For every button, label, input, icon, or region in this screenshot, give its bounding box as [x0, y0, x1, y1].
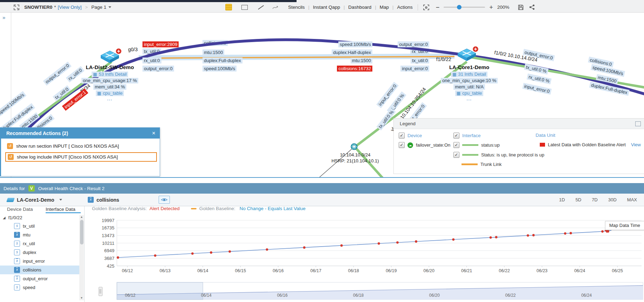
data-point[interactable]	[452, 238, 454, 241]
popout-icon[interactable]	[635, 121, 641, 126]
device-selector[interactable]: LA-Core1-Demo	[7, 194, 62, 206]
eye-toggle[interactable]	[159, 196, 170, 204]
range-button-7d[interactable]: 7D	[592, 197, 598, 202]
menu-item-dashboard[interactable]: Dashboard	[348, 5, 371, 10]
qapp-badge: V	[28, 185, 35, 192]
chart-svg: 199971673513473102116949368742506/1206/1…	[84, 205, 644, 302]
toolbar: SNOWTIER0 * [View Only] > Page 1 Stencil…	[0, 0, 644, 13]
collisions-chart[interactable]: 199971673513473102116949368742506/1206/1…	[84, 205, 644, 302]
zoom-in-button[interactable]: +	[489, 4, 493, 11]
view-only-link[interactable]: [View Only]	[58, 5, 82, 10]
data-point[interactable]	[415, 240, 417, 243]
time-range-buttons: 1D5D7D30DMAX	[559, 194, 637, 206]
menu-item-map[interactable]: Map	[380, 5, 389, 10]
close-icon[interactable]: ×	[152, 130, 155, 137]
data-point[interactable]	[532, 234, 535, 236]
device-name[interactable]: LA-Dist2-SW-Demo	[86, 64, 134, 70]
zoom-out-button[interactable]: −	[436, 4, 440, 11]
menu-item-instant-qapp[interactable]: Instant Qapp	[313, 5, 340, 10]
metric-item-duplex[interactable]: sduplex	[0, 248, 79, 257]
checkbox-checked[interactable]: ✓	[399, 133, 405, 139]
data-point[interactable]	[527, 234, 529, 237]
save-icon[interactable]	[518, 4, 524, 11]
expand-map-icon[interactable]	[13, 4, 20, 11]
y-tick-label: 6949	[104, 248, 114, 253]
data-point[interactable]	[303, 246, 306, 249]
data-point[interactable]	[154, 254, 157, 257]
more-dots[interactable]: ⋯	[466, 97, 472, 103]
fit-screen-icon[interactable]	[423, 4, 430, 11]
data-point[interactable]	[495, 236, 498, 239]
zoom-slider-handle[interactable]	[457, 5, 462, 9]
data-point[interactable]	[210, 251, 212, 254]
brush-grip-handle[interactable]	[99, 287, 102, 296]
device-info-block: ▦53 Intfs Detail one_min_cpu_usage:17 % …	[64, 72, 155, 103]
metric-item-tx_util[interactable]: stx_util	[0, 222, 79, 230]
action-item[interactable]: ↺ show run section INPUT [ Cisco IOS NXO…	[5, 142, 157, 150]
breadcrumb-page[interactable]: Page 1	[91, 5, 106, 10]
data-point[interactable]	[266, 248, 268, 251]
details-title-prefix: Details for	[4, 186, 25, 191]
data-point[interactable]	[396, 241, 399, 244]
data-point[interactable]	[191, 252, 194, 255]
tab-device-data[interactable]: Device Data	[7, 207, 33, 212]
data-point[interactable]	[340, 244, 343, 247]
zoom-slider[interactable]	[444, 7, 485, 8]
chevron-down-icon[interactable]	[108, 6, 111, 8]
range-button-30d[interactable]: 30D	[608, 197, 617, 202]
metric-item-input_error[interactable]: xinput_error	[0, 257, 79, 266]
tree-expand-icon[interactable]: ◢	[3, 216, 6, 220]
tab-interface-data[interactable]: Interface Data	[46, 207, 75, 212]
metric-item-label: duplex	[23, 250, 36, 255]
data-point[interactable]	[570, 232, 572, 234]
x-tick-label: 06/22	[499, 268, 510, 273]
metric-item-label: output_error	[23, 276, 48, 281]
legend-view-link[interactable]: View	[631, 142, 641, 147]
metric-item-output_error[interactable]: xoutput_error	[0, 274, 79, 283]
legend-title: Legend	[400, 121, 416, 126]
checkbox-checked[interactable]: ✓	[399, 142, 405, 148]
rectangle-tool-icon[interactable]	[241, 5, 248, 10]
data-point[interactable]	[228, 250, 231, 253]
range-button-1d[interactable]: 1D	[559, 197, 565, 202]
x-tick-label: 06/21	[461, 268, 472, 273]
cpu-table-link[interactable]: ▦cpu_table	[96, 90, 124, 96]
curve-tool-icon[interactable]	[272, 5, 280, 10]
metric-item-label: rx_util	[23, 241, 35, 246]
menu-item-stencils[interactable]: Stencils	[288, 5, 305, 10]
metric-item-speed[interactable]: sspeed	[0, 283, 79, 292]
cpu-table-link[interactable]: ▦cpu_table	[455, 90, 484, 96]
map-canvas[interactable]: » g0/3tx_util:0collisions:0rx_util:0f1/0…	[0, 0, 644, 177]
data-point[interactable]	[490, 236, 492, 239]
intfs-detail-link[interactable]: ▦31 Intfs Detail	[451, 72, 487, 77]
action-item-selected[interactable]: ↺ show log include INPUT [Cisco IOS NXOS…	[5, 152, 157, 162]
metric-item-rx_util[interactable]: srx_util	[0, 239, 79, 248]
range-button-5d[interactable]: 5D	[576, 197, 582, 202]
data-point[interactable]	[564, 232, 566, 235]
interface-group[interactable]: ◢ f1/0/22	[0, 213, 79, 222]
metric-item-mtu[interactable]: xmtu	[0, 230, 79, 239]
checkbox-checked[interactable]: ✓	[453, 152, 459, 158]
scroll-down-icon[interactable]: ▼	[79, 296, 84, 300]
more-dots[interactable]: ⋯	[107, 97, 113, 103]
panel-splitter[interactable]	[0, 177, 644, 178]
metric-item-collisions[interactable]: xcollisions	[0, 266, 79, 274]
line-tool-icon[interactable]	[258, 5, 264, 9]
list-scrollbar[interactable]: ▲ ▼	[79, 215, 84, 300]
checkbox-checked[interactable]: ✓	[453, 133, 459, 139]
data-point[interactable]	[117, 256, 119, 259]
scrollbar-thumb[interactable]	[80, 220, 84, 244]
range-button-max[interactable]: MAX	[627, 197, 637, 202]
note-tool-icon[interactable]	[225, 4, 232, 11]
y-tick-label: 10211	[102, 241, 114, 246]
mini-x-label: 06/16	[277, 293, 287, 298]
mini-x-label: 06/14	[201, 293, 212, 298]
data-point[interactable]	[378, 242, 380, 245]
share-icon[interactable]	[529, 4, 535, 10]
intfs-detail-link[interactable]: ▦53 Intfs Detail	[92, 72, 128, 77]
scroll-up-icon[interactable]: ▲	[79, 215, 84, 219]
checkbox-checked[interactable]: ✓	[453, 142, 459, 148]
data-point[interactable]	[601, 230, 604, 233]
device-name[interactable]: LA-Core1-Demo	[449, 64, 489, 70]
menu-item-actions[interactable]: Actions	[397, 5, 412, 10]
